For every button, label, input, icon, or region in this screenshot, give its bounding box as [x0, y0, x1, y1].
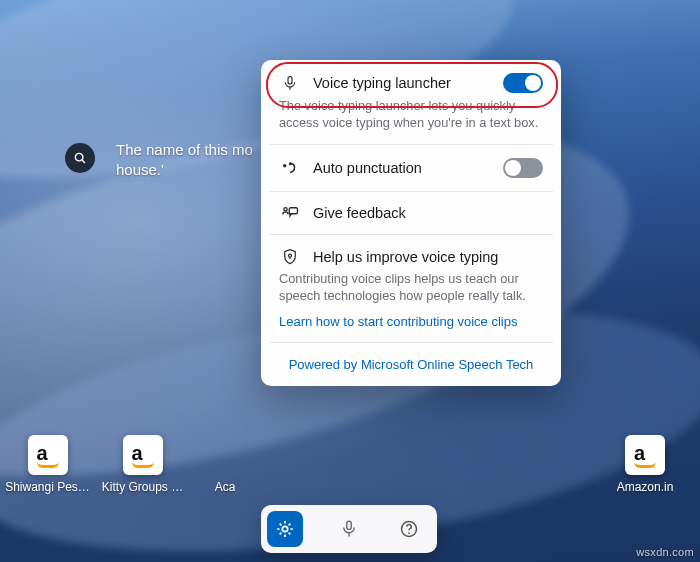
svg-point-8: [289, 254, 292, 257]
svg-rect-2: [288, 77, 292, 84]
panel-footer-link[interactable]: Powered by Microsoft Online Speech Tech: [261, 343, 561, 386]
desktop-shortcut[interactable]: Aca: [190, 435, 260, 494]
auto-punctuation-toggle[interactable]: [503, 158, 543, 178]
improve-section: Help us improve voice typing Contributin…: [261, 235, 561, 342]
svg-point-4: [283, 164, 286, 167]
improve-title: Help us improve voice typing: [313, 249, 498, 265]
voice-typing-bar: [261, 505, 437, 553]
shortcut-label: Kitty Groups …: [102, 480, 183, 494]
auto-punctuation-label: Auto punctuation: [313, 160, 422, 176]
desktop-shortcut[interactable]: a Kitty Groups …: [95, 435, 190, 494]
feedback-row[interactable]: Give feedback: [261, 192, 561, 234]
shortcut-label: Aca: [215, 480, 236, 494]
svg-point-9: [282, 526, 287, 531]
auto-punctuation-row: Auto punctuation: [261, 145, 561, 191]
svg-point-0: [75, 153, 83, 161]
feedback-label: Give feedback: [313, 205, 406, 221]
help-button[interactable]: [391, 511, 427, 547]
launcher-row: Voice typing launcher The voice typing l…: [261, 60, 561, 144]
launcher-toggle[interactable]: [503, 73, 543, 93]
improve-description: Contributing voice clips helps us teach …: [279, 270, 543, 304]
voice-typing-settings-panel: Voice typing launcher The voice typing l…: [261, 60, 561, 386]
desktop-background: The name of this mo house.' Voice typing…: [0, 0, 700, 562]
launcher-label: Voice typing launcher: [313, 75, 451, 91]
svg-line-1: [82, 160, 85, 163]
microphone-icon: [279, 75, 301, 91]
launcher-description: The voice typing launcher lets you quick…: [279, 97, 543, 131]
svg-rect-10: [347, 521, 352, 529]
punctuation-icon: [279, 161, 301, 175]
svg-point-5: [289, 162, 292, 165]
shortcut-label: Amazon.in: [617, 480, 674, 494]
svg-point-6: [284, 208, 287, 211]
spacer: [260, 435, 590, 494]
desktop-shortcut[interactable]: a Amazon.in: [590, 435, 700, 494]
shortcut-label: Shiwangi Pes…: [5, 480, 90, 494]
settings-button[interactable]: [267, 511, 303, 547]
microphone-button[interactable]: [331, 511, 367, 547]
dictated-text-line: The name of this mo: [116, 140, 253, 160]
amazon-tile-icon: a: [123, 435, 163, 475]
amazon-tile-icon: a: [625, 435, 665, 475]
desktop-shortcut[interactable]: a Shiwangi Pes…: [0, 435, 95, 494]
svg-point-13: [408, 532, 410, 534]
search-icon[interactable]: [65, 143, 95, 173]
amazon-tile-icon: a: [28, 435, 68, 475]
desktop-icons-row: a Shiwangi Pes… a Kitty Groups … Aca a A…: [0, 435, 700, 494]
shield-icon: [279, 248, 301, 266]
feedback-icon: [279, 205, 301, 221]
svg-rect-7: [289, 208, 297, 214]
watermark-text: wsxdn.com: [636, 546, 694, 558]
dictated-text: The name of this mo house.': [116, 140, 253, 180]
dictated-text-line: house.': [116, 160, 253, 180]
improve-link[interactable]: Learn how to start contributing voice cl…: [279, 314, 543, 329]
